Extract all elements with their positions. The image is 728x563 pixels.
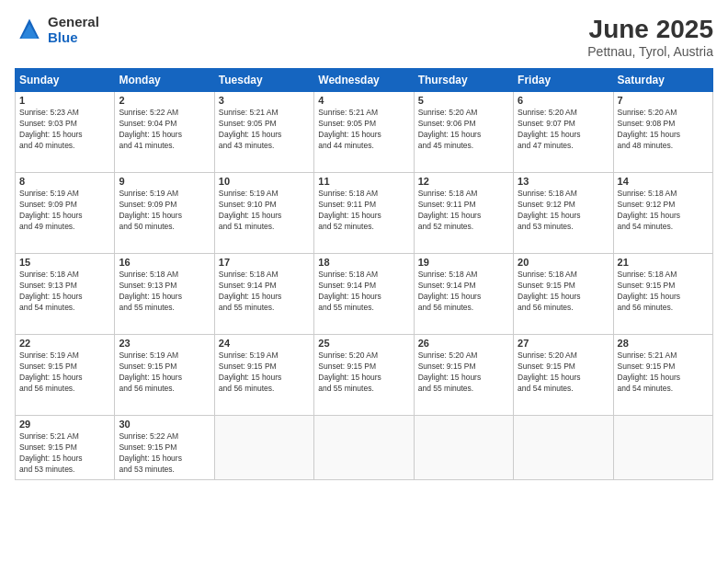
col-tuesday: Tuesday: [214, 69, 313, 92]
table-row: 3Sunrise: 5:21 AM Sunset: 9:05 PM Daylig…: [214, 92, 313, 173]
day-info: Sunrise: 5:21 AM Sunset: 9:15 PM Dayligh…: [19, 431, 110, 476]
table-row: 6Sunrise: 5:20 AM Sunset: 9:07 PM Daylig…: [514, 92, 613, 173]
col-saturday: Saturday: [613, 69, 712, 92]
day-number: 21: [618, 257, 709, 268]
day-number: 25: [318, 338, 409, 349]
day-number: 15: [19, 257, 110, 268]
day-info: Sunrise: 5:20 AM Sunset: 9:15 PM Dayligh…: [418, 350, 509, 395]
table-row: 30Sunrise: 5:22 AM Sunset: 9:15 PM Dayli…: [115, 416, 214, 480]
table-row: 27Sunrise: 5:20 AM Sunset: 9:15 PM Dayli…: [514, 335, 613, 416]
day-number: 1: [19, 95, 110, 106]
day-info: Sunrise: 5:21 AM Sunset: 9:05 PM Dayligh…: [219, 108, 310, 152]
day-number: 22: [19, 338, 110, 349]
day-number: 7: [618, 95, 709, 106]
calendar-row: 22Sunrise: 5:19 AM Sunset: 9:15 PM Dayli…: [16, 335, 713, 416]
day-info: Sunrise: 5:23 AM Sunset: 9:03 PM Dayligh…: [19, 108, 110, 152]
header-row: Sunday Monday Tuesday Wednesday Thursday…: [16, 69, 713, 92]
logo-general-text: General: [48, 15, 99, 30]
day-number: 16: [119, 257, 210, 268]
table-row: [613, 416, 712, 480]
logo: General Blue: [15, 15, 99, 45]
day-info: Sunrise: 5:20 AM Sunset: 9:08 PM Dayligh…: [618, 108, 709, 152]
day-info: Sunrise: 5:18 AM Sunset: 9:12 PM Dayligh…: [518, 189, 609, 233]
day-number: 3: [219, 95, 310, 106]
table-row: [314, 416, 414, 480]
month-title: June 2025: [587, 15, 713, 44]
day-info: Sunrise: 5:21 AM Sunset: 9:05 PM Dayligh…: [318, 108, 409, 152]
calendar-row: 15Sunrise: 5:18 AM Sunset: 9:13 PM Dayli…: [16, 254, 713, 335]
table-row: 28Sunrise: 5:21 AM Sunset: 9:15 PM Dayli…: [613, 335, 712, 416]
day-number: 20: [518, 257, 609, 268]
day-number: 8: [19, 176, 110, 187]
day-info: Sunrise: 5:20 AM Sunset: 9:15 PM Dayligh…: [318, 350, 409, 395]
calendar-row: 29Sunrise: 5:21 AM Sunset: 9:15 PM Dayli…: [16, 416, 713, 480]
table-row: 15Sunrise: 5:18 AM Sunset: 9:13 PM Dayli…: [16, 254, 115, 335]
table-row: [514, 416, 613, 480]
day-info: Sunrise: 5:18 AM Sunset: 9:13 PM Dayligh…: [119, 270, 210, 314]
col-sunday: Sunday: [16, 69, 115, 92]
table-row: 17Sunrise: 5:18 AM Sunset: 9:14 PM Dayli…: [214, 254, 313, 335]
table-row: 26Sunrise: 5:20 AM Sunset: 9:15 PM Dayli…: [414, 335, 513, 416]
table-row: 13Sunrise: 5:18 AM Sunset: 9:12 PM Dayli…: [514, 173, 613, 254]
logo-blue-text: Blue: [48, 30, 99, 46]
day-number: 6: [518, 95, 609, 106]
day-number: 5: [418, 95, 509, 106]
day-info: Sunrise: 5:19 AM Sunset: 9:09 PM Dayligh…: [119, 189, 210, 233]
logo-icon: [15, 16, 44, 45]
day-info: Sunrise: 5:18 AM Sunset: 9:15 PM Dayligh…: [618, 270, 709, 314]
day-number: 11: [318, 176, 409, 187]
day-info: Sunrise: 5:18 AM Sunset: 9:14 PM Dayligh…: [418, 270, 509, 314]
day-number: 30: [119, 419, 210, 430]
col-monday: Monday: [115, 69, 214, 92]
col-friday: Friday: [514, 69, 613, 92]
table-row: [214, 416, 313, 480]
day-number: 9: [119, 176, 210, 187]
header: General Blue June 2025 Pettnau, Tyrol, A…: [15, 15, 713, 59]
day-info: Sunrise: 5:18 AM Sunset: 9:11 PM Dayligh…: [418, 189, 509, 233]
day-info: Sunrise: 5:21 AM Sunset: 9:15 PM Dayligh…: [618, 350, 709, 395]
day-number: 28: [618, 338, 709, 349]
table-row: 11Sunrise: 5:18 AM Sunset: 9:11 PM Dayli…: [314, 173, 414, 254]
day-number: 26: [418, 338, 509, 349]
table-row: 1Sunrise: 5:23 AM Sunset: 9:03 PM Daylig…: [16, 92, 115, 173]
calendar-table: Sunday Monday Tuesday Wednesday Thursday…: [15, 68, 713, 480]
table-row: 24Sunrise: 5:19 AM Sunset: 9:15 PM Dayli…: [214, 335, 313, 416]
day-info: Sunrise: 5:18 AM Sunset: 9:11 PM Dayligh…: [318, 189, 409, 233]
day-info: Sunrise: 5:19 AM Sunset: 9:15 PM Dayligh…: [19, 350, 110, 395]
col-thursday: Thursday: [414, 69, 513, 92]
table-row: 14Sunrise: 5:18 AM Sunset: 9:12 PM Dayli…: [613, 173, 712, 254]
day-number: 13: [518, 176, 609, 187]
day-info: Sunrise: 5:22 AM Sunset: 9:04 PM Dayligh…: [119, 108, 210, 152]
day-number: 4: [318, 95, 409, 106]
col-wednesday: Wednesday: [314, 69, 414, 92]
day-info: Sunrise: 5:19 AM Sunset: 9:09 PM Dayligh…: [19, 189, 110, 233]
day-info: Sunrise: 5:20 AM Sunset: 9:06 PM Dayligh…: [418, 108, 509, 152]
table-row: 29Sunrise: 5:21 AM Sunset: 9:15 PM Dayli…: [16, 416, 115, 480]
table-row: 5Sunrise: 5:20 AM Sunset: 9:06 PM Daylig…: [414, 92, 513, 173]
day-number: 19: [418, 257, 509, 268]
table-row: 4Sunrise: 5:21 AM Sunset: 9:05 PM Daylig…: [314, 92, 414, 173]
table-row: 12Sunrise: 5:18 AM Sunset: 9:11 PM Dayli…: [414, 173, 513, 254]
day-number: 17: [219, 257, 310, 268]
location: Pettnau, Tyrol, Austria: [587, 44, 713, 59]
table-row: 18Sunrise: 5:18 AM Sunset: 9:14 PM Dayli…: [314, 254, 414, 335]
day-number: 29: [19, 419, 110, 430]
day-info: Sunrise: 5:19 AM Sunset: 9:15 PM Dayligh…: [219, 350, 310, 395]
table-row: 25Sunrise: 5:20 AM Sunset: 9:15 PM Dayli…: [314, 335, 414, 416]
table-row: 21Sunrise: 5:18 AM Sunset: 9:15 PM Dayli…: [613, 254, 712, 335]
calendar-row: 1Sunrise: 5:23 AM Sunset: 9:03 PM Daylig…: [16, 92, 713, 173]
day-number: 10: [219, 176, 310, 187]
day-number: 27: [518, 338, 609, 349]
day-info: Sunrise: 5:22 AM Sunset: 9:15 PM Dayligh…: [119, 431, 210, 476]
table-row: 9Sunrise: 5:19 AM Sunset: 9:09 PM Daylig…: [115, 173, 214, 254]
day-number: 24: [219, 338, 310, 349]
day-info: Sunrise: 5:20 AM Sunset: 9:07 PM Dayligh…: [518, 108, 609, 152]
day-number: 2: [119, 95, 210, 106]
day-number: 18: [318, 257, 409, 268]
day-number: 14: [618, 176, 709, 187]
table-row: 19Sunrise: 5:18 AM Sunset: 9:14 PM Dayli…: [414, 254, 513, 335]
calendar-row: 8Sunrise: 5:19 AM Sunset: 9:09 PM Daylig…: [16, 173, 713, 254]
title-block: June 2025 Pettnau, Tyrol, Austria: [587, 15, 713, 59]
table-row: 10Sunrise: 5:19 AM Sunset: 9:10 PM Dayli…: [214, 173, 313, 254]
table-row: 7Sunrise: 5:20 AM Sunset: 9:08 PM Daylig…: [613, 92, 712, 173]
